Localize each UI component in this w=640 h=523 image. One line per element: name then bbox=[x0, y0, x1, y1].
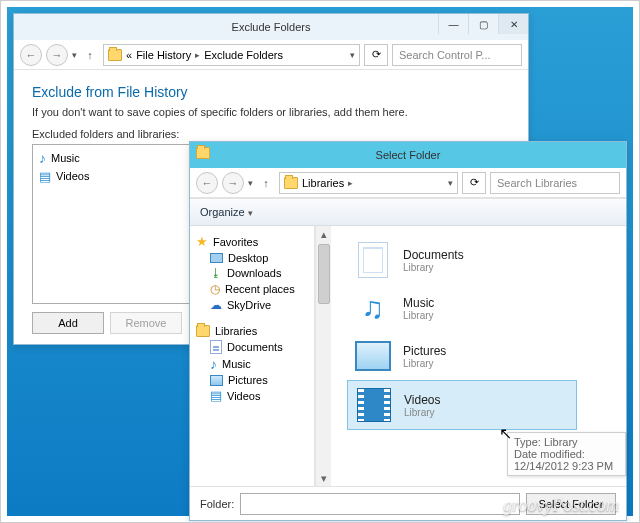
list-label: Excluded folders and libraries: bbox=[32, 128, 510, 140]
breadcrumb-item[interactable]: Libraries bbox=[302, 177, 344, 189]
chevron-down-icon: ▾ bbox=[248, 208, 253, 218]
documents-icon bbox=[358, 242, 388, 278]
search-input[interactable]: Search Libraries bbox=[490, 172, 620, 194]
back-button[interactable]: ← bbox=[20, 44, 42, 66]
address-bar[interactable]: Libraries ▸ ▾ bbox=[279, 172, 458, 194]
sidebar-item-pictures[interactable]: Pictures bbox=[198, 373, 310, 387]
nav-sidebar: ★Favorites Desktop ⭳Downloads ◷Recent pl… bbox=[190, 226, 315, 486]
nav-toolbar: ← → ▾ ↑ Libraries ▸ ▾ ⟳ Search Libraries bbox=[190, 168, 626, 198]
window-title: Exclude Folders bbox=[232, 21, 311, 33]
sidebar-item-desktop[interactable]: Desktop bbox=[198, 251, 310, 265]
up-button[interactable]: ↑ bbox=[81, 44, 99, 66]
library-item-videos[interactable]: VideosLibrary bbox=[347, 380, 577, 430]
organize-toolbar: Organize ▾ bbox=[190, 198, 626, 226]
select-folder-dialog: Select Folder ← → ▾ ↑ Libraries ▸ ▾ ⟳ Se… bbox=[189, 141, 627, 521]
sidebar-item-videos[interactable]: ▤Videos bbox=[198, 387, 310, 404]
panes: ★Favorites Desktop ⭳Downloads ◷Recent pl… bbox=[190, 226, 626, 486]
remove-button: Remove bbox=[110, 312, 182, 334]
chevron-right-icon: ▸ bbox=[195, 50, 200, 60]
folder-name-input[interactable] bbox=[240, 493, 520, 515]
library-item-documents[interactable]: DocumentsLibrary bbox=[347, 236, 577, 284]
desktop-icon bbox=[210, 253, 223, 263]
scroll-thumb[interactable] bbox=[318, 244, 330, 304]
organize-menu[interactable]: Organize ▾ bbox=[200, 206, 253, 218]
search-placeholder: Search Control P... bbox=[399, 49, 491, 61]
list-item-label: Music bbox=[51, 152, 80, 164]
library-list: DocumentsLibrary ♫ MusicLibrary Pictures… bbox=[331, 226, 626, 486]
history-dropdown-icon[interactable]: ▾ bbox=[248, 178, 253, 188]
folder-icon bbox=[196, 147, 210, 159]
breadcrumb-item[interactable]: Exclude Folders bbox=[204, 49, 283, 61]
history-dropdown-icon[interactable]: ▾ bbox=[72, 50, 77, 60]
scroll-down-button[interactable]: ▾ bbox=[316, 470, 331, 486]
pictures-icon bbox=[210, 375, 223, 386]
documents-icon bbox=[210, 340, 222, 354]
address-bar[interactable]: « File History ▸ Exclude Folders ▾ bbox=[103, 44, 360, 66]
list-item-label: Videos bbox=[56, 170, 89, 182]
maximize-button[interactable]: ▢ bbox=[468, 14, 498, 34]
address-dropdown-icon[interactable]: ▾ bbox=[448, 178, 453, 188]
sidebar-scrollbar[interactable]: ▴ ▾ bbox=[315, 226, 331, 486]
close-button[interactable]: ✕ bbox=[498, 14, 528, 34]
star-icon: ★ bbox=[196, 234, 208, 249]
sidebar-libraries[interactable]: Libraries bbox=[196, 325, 310, 337]
chevron-right-icon: ▸ bbox=[348, 178, 353, 188]
recent-icon: ◷ bbox=[210, 282, 220, 296]
videos-icon bbox=[357, 388, 391, 422]
videos-icon: ▤ bbox=[210, 388, 222, 403]
nav-toolbar: ← → ▾ ↑ « File History ▸ Exclude Folders… bbox=[14, 40, 528, 70]
music-icon: ♫ bbox=[362, 291, 385, 325]
tooltip: Type: Library Date modified: 12/14/2012 … bbox=[507, 432, 626, 476]
page-heading: Exclude from File History bbox=[32, 84, 510, 100]
refresh-button[interactable]: ⟳ bbox=[462, 172, 486, 194]
sidebar-item-skydrive[interactable]: ☁SkyDrive bbox=[198, 297, 310, 313]
cloud-icon: ☁ bbox=[210, 298, 222, 312]
sidebar-item-music[interactable]: ♪Music bbox=[198, 355, 310, 373]
search-placeholder: Search Libraries bbox=[497, 177, 577, 189]
breadcrumb-root-prefix: « bbox=[126, 49, 132, 61]
titlebar: Exclude Folders — ▢ ✕ bbox=[14, 14, 528, 40]
folder-field-label: Folder: bbox=[200, 498, 234, 510]
folder-icon bbox=[108, 49, 122, 61]
tooltip-line: Date modified: 12/14/2012 9:23 PM bbox=[514, 448, 619, 472]
forward-button[interactable]: → bbox=[46, 44, 68, 66]
refresh-button[interactable]: ⟳ bbox=[364, 44, 388, 66]
music-icon: ♪ bbox=[39, 150, 46, 166]
window-title: Select Folder bbox=[376, 149, 441, 161]
add-button[interactable]: Add bbox=[32, 312, 104, 334]
tooltip-line: Type: Library bbox=[514, 436, 619, 448]
breadcrumb-item[interactable]: File History bbox=[136, 49, 191, 61]
back-button[interactable]: ← bbox=[196, 172, 218, 194]
minimize-button[interactable]: — bbox=[438, 14, 468, 34]
videos-icon: ▤ bbox=[39, 169, 51, 184]
library-item-pictures[interactable]: PicturesLibrary bbox=[347, 332, 577, 380]
titlebar: Select Folder bbox=[190, 142, 626, 168]
page-description: If you don't want to save copies of spec… bbox=[32, 106, 510, 118]
watermark: groovyPost.com bbox=[503, 495, 619, 516]
pictures-icon bbox=[355, 341, 391, 371]
sidebar-item-recent[interactable]: ◷Recent places bbox=[198, 281, 310, 297]
sidebar-item-documents[interactable]: Documents bbox=[198, 339, 310, 355]
forward-button[interactable]: → bbox=[222, 172, 244, 194]
downloads-icon: ⭳ bbox=[210, 266, 222, 280]
libraries-icon bbox=[196, 325, 210, 337]
libraries-icon bbox=[284, 177, 298, 189]
mouse-cursor-icon: ↖ bbox=[499, 424, 512, 443]
scroll-up-button[interactable]: ▴ bbox=[316, 226, 331, 242]
up-button[interactable]: ↑ bbox=[257, 172, 275, 194]
library-item-music[interactable]: ♫ MusicLibrary bbox=[347, 284, 577, 332]
sidebar-item-downloads[interactable]: ⭳Downloads bbox=[198, 265, 310, 281]
search-input[interactable]: Search Control P... bbox=[392, 44, 522, 66]
sidebar-favorites[interactable]: ★Favorites bbox=[196, 234, 310, 249]
music-icon: ♪ bbox=[210, 356, 217, 372]
address-dropdown-icon[interactable]: ▾ bbox=[350, 50, 355, 60]
